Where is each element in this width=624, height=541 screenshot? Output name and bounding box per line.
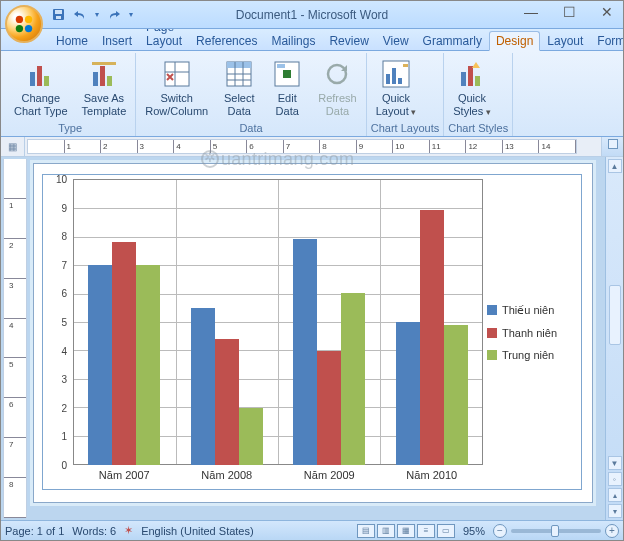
vertical-scroll-thumb[interactable] xyxy=(609,285,621,345)
bar[interactable] xyxy=(112,242,136,465)
bar[interactable] xyxy=(444,325,468,465)
chart-object[interactable]: 012345678910 Năm 2007Năm 2008Năm 2009Năm… xyxy=(42,174,582,490)
svg-point-1 xyxy=(25,16,32,23)
quick-styles-button[interactable]: QuickStyles xyxy=(448,55,495,121)
bar[interactable] xyxy=(341,293,365,465)
tab-design[interactable]: Design xyxy=(489,31,540,51)
next-page-icon[interactable]: ▾ xyxy=(608,504,622,518)
redo-icon[interactable] xyxy=(107,8,121,22)
svg-rect-32 xyxy=(468,66,473,86)
word-count[interactable]: Words: 6 xyxy=(72,525,116,537)
legend-item[interactable]: Thanh niên xyxy=(487,327,577,339)
legend-swatch xyxy=(487,350,497,360)
y-tick: 3 xyxy=(61,374,67,385)
bar[interactable] xyxy=(215,339,239,465)
switch-row-column-icon xyxy=(161,58,193,90)
status-bar: Page: 1 of 1 Words: 6 ✶ English (United … xyxy=(1,520,623,540)
zoom-in-button[interactable]: + xyxy=(605,524,619,538)
select-data-icon xyxy=(223,58,255,90)
legend-item[interactable]: Thiếu niên xyxy=(487,304,577,317)
print-layout-view-icon[interactable]: ▤ xyxy=(357,524,375,538)
chart-plot-area: 012345678910 Năm 2007Năm 2008Năm 2009Năm… xyxy=(43,175,487,489)
page: 012345678910 Năm 2007Năm 2008Năm 2009Năm… xyxy=(33,163,593,503)
document-area: 12345678 012345678910 Năm 2007Năm 2008Nă… xyxy=(1,157,623,520)
tab-layout[interactable]: Layout xyxy=(540,31,590,50)
bar[interactable] xyxy=(136,265,160,465)
change-chart-type-button[interactable]: ChangeChart Type xyxy=(9,55,73,121)
group-title: Type xyxy=(9,121,131,136)
zoom-track[interactable] xyxy=(511,529,601,533)
bar[interactable] xyxy=(396,322,420,465)
bar[interactable] xyxy=(239,408,263,465)
tab-format[interactable]: Format xyxy=(590,31,624,50)
change-chart-type-icon xyxy=(25,58,57,90)
svg-rect-11 xyxy=(100,66,105,86)
browse-object-icon[interactable]: ◦ xyxy=(608,472,622,486)
switch-row-column-button[interactable]: SwitchRow/Column xyxy=(140,55,213,121)
y-tick: 8 xyxy=(61,231,67,242)
tab-review[interactable]: Review xyxy=(322,31,375,50)
zoom-out-button[interactable]: − xyxy=(493,524,507,538)
vertical-scrollbar[interactable]: ▲ ▼ ◦ ▴ ▾ xyxy=(605,157,623,520)
save-icon[interactable] xyxy=(51,8,65,22)
tab-grammarly[interactable]: Grammarly xyxy=(416,31,489,50)
y-tick: 5 xyxy=(61,317,67,328)
undo-icon[interactable] xyxy=(73,8,87,22)
language-indicator[interactable]: English (United States) xyxy=(141,525,254,537)
svg-rect-31 xyxy=(461,72,466,86)
bar[interactable] xyxy=(88,265,112,465)
page-indicator[interactable]: Page: 1 of 1 xyxy=(5,525,64,537)
zoom-thumb[interactable] xyxy=(551,525,559,537)
outline-view-icon[interactable]: ≡ xyxy=(417,524,435,538)
draft-view-icon[interactable]: ▭ xyxy=(437,524,455,538)
svg-rect-30 xyxy=(403,64,408,67)
svg-rect-5 xyxy=(55,10,62,14)
svg-rect-28 xyxy=(392,68,396,84)
horizontal-ruler[interactable]: 1234567891011121314 xyxy=(27,139,577,154)
legend-item[interactable]: Trung niên xyxy=(487,349,577,361)
close-button[interactable]: ✕ xyxy=(595,3,619,21)
legend-swatch xyxy=(487,305,497,315)
svg-rect-13 xyxy=(92,62,116,65)
bar[interactable] xyxy=(191,308,215,465)
save-as-template-button[interactable]: Save AsTemplate xyxy=(77,55,132,121)
x-label: Năm 2010 xyxy=(381,469,484,487)
svg-rect-33 xyxy=(475,76,480,86)
y-tick: 4 xyxy=(61,345,67,356)
quick-layout-button[interactable]: QuickLayout xyxy=(371,55,422,121)
ruler-corner[interactable]: ▦ xyxy=(1,137,25,156)
bar[interactable] xyxy=(317,351,341,465)
zoom-level[interactable]: 95% xyxy=(463,525,485,537)
edit-data-button[interactable]: EditData xyxy=(265,55,309,121)
y-tick: 6 xyxy=(61,288,67,299)
ruler-toggle[interactable] xyxy=(601,137,623,156)
x-label: Năm 2007 xyxy=(73,469,176,487)
tab-home[interactable]: Home xyxy=(49,31,95,50)
svg-rect-8 xyxy=(37,66,42,86)
customize-qat-icon[interactable]: ▾ xyxy=(129,10,133,19)
bar[interactable] xyxy=(420,210,444,465)
proofing-icon[interactable]: ✶ xyxy=(124,524,133,537)
bar[interactable] xyxy=(293,239,317,465)
group-title: Chart Styles xyxy=(448,121,508,136)
maximize-button[interactable]: ☐ xyxy=(557,3,581,21)
scroll-up-icon[interactable]: ▲ xyxy=(608,159,622,173)
y-tick: 1 xyxy=(61,431,67,442)
web-layout-view-icon[interactable]: ▦ xyxy=(397,524,415,538)
tab-references[interactable]: References xyxy=(189,31,264,50)
minimize-button[interactable]: — xyxy=(519,3,543,21)
legend-label: Thanh niên xyxy=(502,327,557,339)
tab-view[interactable]: View xyxy=(376,31,416,50)
tab-insert[interactable]: Insert xyxy=(95,31,139,50)
vertical-ruler[interactable]: 12345678 xyxy=(3,159,27,518)
y-tick: 10 xyxy=(56,174,67,185)
svg-point-2 xyxy=(16,25,23,32)
scroll-down-icon[interactable]: ▼ xyxy=(608,456,622,470)
tab-mailings[interactable]: Mailings xyxy=(264,31,322,50)
previous-page-icon[interactable]: ▴ xyxy=(608,488,622,502)
full-screen-view-icon[interactable]: ▥ xyxy=(377,524,395,538)
undo-dropdown-icon[interactable]: ▾ xyxy=(95,10,99,19)
select-data-button[interactable]: SelectData xyxy=(217,55,261,121)
refresh-data-icon xyxy=(321,58,353,90)
office-button[interactable] xyxy=(5,5,43,43)
